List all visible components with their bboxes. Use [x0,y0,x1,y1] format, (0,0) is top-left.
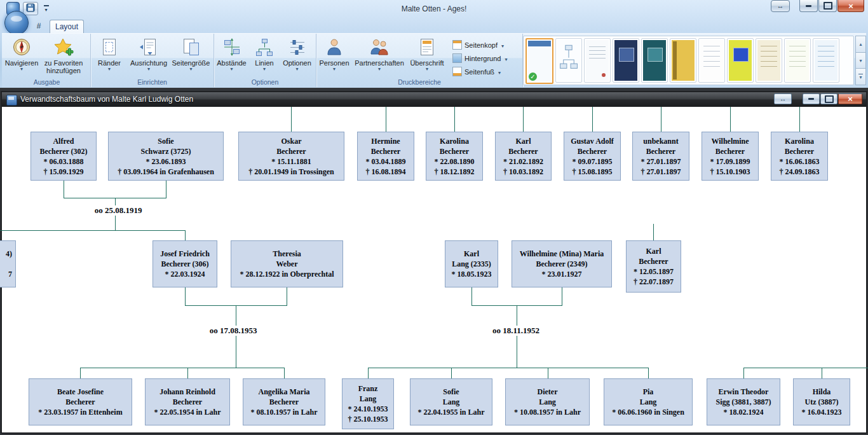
person-box-wilhelmine-becherer-1899[interactable]: WilhelmineBecherer* 17.09.1899† 15.10.19… [702,132,759,181]
tab-layout[interactable]: Layout [50,20,84,34]
chevron-down-icon [503,55,507,62]
design-thumbnail-8[interactable] [727,38,754,83]
ueberschrift-button[interactable]: Überschrift [407,36,447,71]
person-box-karolina-becherer-1863[interactable]: KarolinaBecherer* 16.06.1863† 24.09.1863 [771,132,828,181]
person-box-johann-reinhold-becherer[interactable]: Johann ReinholdBecherer* 22.05.1954 in L… [145,378,230,425]
chevron-down-icon [500,41,504,49]
person-box-hilda-utz[interactable]: HildaUtz (3887)* 16.04.1923 [793,378,850,425]
person-box-erwin-theodor-sigg[interactable]: Erwin TheodorSigg (3881, 3887)* 18.02.19… [707,378,780,425]
design-thumbnail-11[interactable] [813,38,839,83]
print-area-toggles: Seitenkopf Hintergrund Seitenfuß [452,38,521,78]
close-button[interactable] [837,0,864,12]
minimize-button[interactable] [799,0,818,12]
person-box-franz-lang[interactable]: FranzLang* 24.10.1953† 25.10.1953 [342,378,394,429]
person-box-gustav-adolf-becherer[interactable]: Gustav AdolfBecherer* 09.07.1895† 15.08.… [564,132,621,181]
page-footer-icon [452,67,462,76]
qat-dropdown-icon[interactable] [41,3,51,15]
design-thumbnail-4[interactable] [613,38,639,83]
design-thumbnail-7[interactable] [698,38,725,83]
ribbon-group-optionen: Abstände Linien Optionen [214,34,316,87]
ausrichtung-button[interactable]: Ausrichtung [128,36,170,71]
titlebar: Malte Otten - Ages! [0,0,868,19]
abstaende-button[interactable]: Abstände [214,36,249,71]
gallery-more-icon[interactable] [855,68,866,85]
person-box-beate-josefine-becherer[interactable]: Beate JosefineBecherer* 23.03.1957 in Et… [29,378,132,425]
person-box-sofie-lang[interactable]: SofieLang* 22.04.1955 in Lahr [410,378,492,425]
chevron-down-icon [147,67,150,71]
design-thumbnail-2[interactable] [555,38,582,83]
gallery-scroll-up-icon[interactable] [855,36,866,52]
page-header-icon [452,40,462,50]
person-box-karl-becherer-1892[interactable]: KarlBecherer* 21.02.1892† 10.03.1892 [495,132,552,181]
sliders-icon [287,37,308,57]
seitenfuss-label: Seitenfuß [465,68,494,76]
person-box-wilhelmine-mina-maria-becherer[interactable]: Wilhelmine (Mina) MariaBecherer (2349)* … [512,240,612,287]
seitenkopf-toggle[interactable]: Seitenkopf [452,38,521,52]
design-thumbnail-6[interactable] [670,38,696,83]
seitenfuss-toggle[interactable]: Seitenfuß [452,65,521,78]
person-box-karl-becherer-1897[interactable]: KarlBecherer* 12.05.1897† 22.07.1897 [626,240,681,293]
gallery-scroll-down-icon[interactable] [855,52,866,69]
ribbon-group-druckbereiche: Personen Partnerschaften [316,34,523,87]
person-box-alfred-becherer[interactable]: AlfredBecherer (302)* 06.03.1888† 15.09.… [31,132,97,181]
person-box-angelika-maria-becherer[interactable]: Angelika MariaBecherer* 08.10.1957 in La… [243,378,325,425]
person-box-oskar-becherer[interactable]: OskarBecherer* 15.11.1881† 20.01.1949 in… [238,132,344,181]
chevron-down-icon [378,67,381,71]
compass-icon [11,37,32,57]
person-icon [324,37,344,57]
design-thumbnail-5[interactable] [641,38,668,83]
optionen-button[interactable]: Optionen [280,36,315,71]
personen-button[interactable]: Personen [316,36,352,71]
application-menu-button[interactable] [4,11,29,35]
person-box-theresia-weber[interactable]: TheresiaWeber* 28.12.1922 in Oberprechta… [231,240,343,287]
person-box-dieter-lang[interactable]: DieterLang* 10.08.1957 in Lahr [505,378,590,425]
design-thumbnail-10[interactable] [784,38,811,83]
hintergrund-toggle[interactable]: Hintergrund [452,52,521,65]
tree-lines-icon [254,37,275,57]
resize-window-button[interactable] [771,0,790,12]
person-box-partial-left[interactable]: 4)7 [0,240,16,287]
design-thumbnail-9[interactable] [756,38,782,83]
design-thumbnail-3[interactable] [584,38,611,83]
linien-button[interactable]: Linien [249,36,280,71]
ribbon-tab-row: # Layout [0,19,868,33]
document-window-controls [773,93,862,104]
checkmark-icon: ✓ [529,72,537,81]
document-minimize-button[interactable] [803,93,820,104]
person-box-unbekannt-becherer[interactable]: unbekanntBecherer* 27.01.1897† 27.01.189… [632,132,689,181]
maximize-button[interactable] [818,0,837,12]
chevron-down-icon [295,67,298,71]
person-box-karl-lang[interactable]: KarlLang (2335)* 18.05.1923 [445,240,498,287]
document-icon [6,95,17,106]
window-title: Malte Otten - Ages! [402,4,467,13]
document-titlebar: Verwandtschaftsbaum von Malte Karl Ludwi… [2,92,866,107]
window-controls [770,0,864,12]
person-box-sofie-schwarz[interactable]: SofieSchwarz (3725)* 23.06.1893† 03.09.1… [108,132,224,181]
design-thumbnail-1[interactable]: ✓ [526,38,553,84]
partners-icon [369,37,390,57]
chevron-down-icon [108,67,111,71]
page-background-icon [452,53,462,63]
tab-hash[interactable]: # [31,20,47,33]
document-maximize-button[interactable] [820,93,837,104]
person-box-karolina-becherer-1890[interactable]: KarolinaBecherer* 22.08.1890† 18.12.1892 [426,132,483,181]
person-box-josef-friedrich-becherer[interactable]: Josef FriedrichBecherer (306)* 22.03.192… [153,240,217,287]
chevron-down-icon [497,68,501,76]
document-resize-button[interactable] [774,93,792,104]
seitengroesse-button[interactable]: Seitengröße [170,36,212,71]
save-button[interactable] [23,2,38,15]
navigieren-button[interactable]: Navigieren [3,36,40,74]
raender-button[interactable]: Ränder [91,36,128,71]
zu-favoriten-hinzufuegen-button[interactable]: zu Favoriten hinzufügen [40,36,87,74]
ribbon-chrome: Malte Otten - Ages! # Layout [0,0,868,88]
document-close-button[interactable] [838,93,862,104]
chevron-down-icon [426,67,428,71]
group-label-optionen: Optionen [214,78,316,86]
alignment-icon [139,37,159,57]
chevron-down-icon [189,67,192,71]
partnerschaften-button[interactable]: Partnerschaften [352,36,407,71]
person-box-hermine-becherer[interactable]: HermineBecherer* 03.04.1889† 16.08.1894 [357,132,414,181]
chevron-down-icon [230,67,233,71]
zu-favoriten-label: zu Favoriten hinzufügen [41,59,86,74]
person-box-pia-lang[interactable]: PiaLang* 06.06.1960 in Singen [604,378,693,425]
